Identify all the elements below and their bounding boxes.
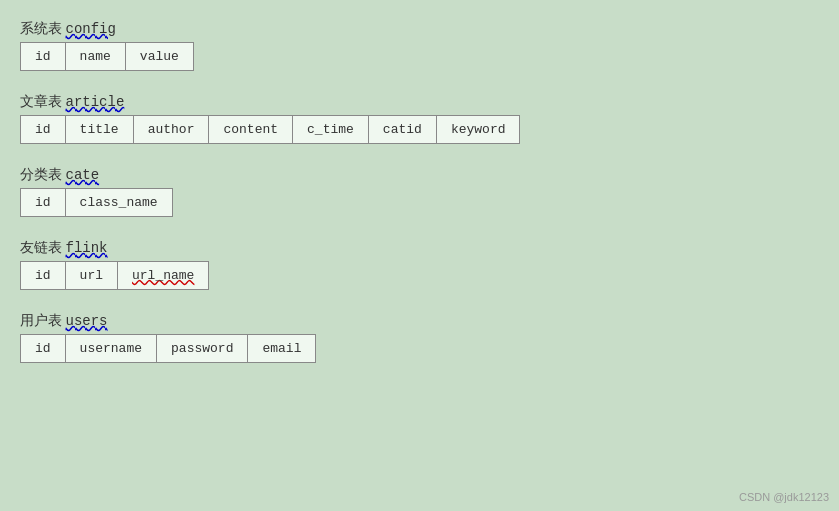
label-chinese-users: 用户表 xyxy=(20,313,66,328)
section-config: 系统表 configidnamevalue xyxy=(20,20,819,71)
table-config: idnamevalue xyxy=(20,42,194,71)
tables-container: 系统表 configidnamevalue文章表 articleidtitlea… xyxy=(20,20,819,363)
section-flink: 友链表 flinkidurlurl_name xyxy=(20,239,819,290)
table-flink: idurlurl_name xyxy=(20,261,209,290)
label-config: 系统表 config xyxy=(20,20,819,38)
watermark: CSDN @jdk12123 xyxy=(739,491,829,503)
col-cate-class_name: class_name xyxy=(65,189,172,217)
section-article: 文章表 articleidtitleauthorcontentc_timecat… xyxy=(20,93,819,144)
label-cate: 分类表 cate xyxy=(20,166,819,184)
col-config-value: value xyxy=(125,43,193,71)
label-article: 文章表 article xyxy=(20,93,819,111)
table-cate: idclass_name xyxy=(20,188,173,217)
label-chinese-flink: 友链表 xyxy=(20,240,66,255)
col-article-content: content xyxy=(209,116,293,144)
label-chinese-config: 系统表 xyxy=(20,21,66,36)
table-article: idtitleauthorcontentc_timecatidkeyword xyxy=(20,115,520,144)
label-english-article: article xyxy=(66,94,125,110)
label-chinese-cate: 分类表 xyxy=(20,167,66,182)
col-users-id: id xyxy=(21,335,66,363)
col-article-title: title xyxy=(65,116,133,144)
col-article-keyword: keyword xyxy=(436,116,520,144)
col-config-name: name xyxy=(65,43,125,71)
col-text-flink-url_name: url_name xyxy=(132,268,194,283)
col-users-username: username xyxy=(65,335,156,363)
label-users: 用户表 users xyxy=(20,312,819,330)
label-english-config: config xyxy=(66,21,116,37)
section-users: 用户表 usersidusernamepasswordemail xyxy=(20,312,819,363)
section-cate: 分类表 cateidclass_name xyxy=(20,166,819,217)
col-config-id: id xyxy=(21,43,66,71)
col-cate-id: id xyxy=(21,189,66,217)
col-article-id: id xyxy=(21,116,66,144)
col-users-password: password xyxy=(157,335,248,363)
col-flink-url_name: url_name xyxy=(118,262,209,290)
label-chinese-article: 文章表 xyxy=(20,94,66,109)
label-english-cate: cate xyxy=(66,167,100,183)
label-english-users: users xyxy=(66,313,108,329)
col-article-c_time: c_time xyxy=(293,116,369,144)
col-flink-url: url xyxy=(65,262,117,290)
col-flink-id: id xyxy=(21,262,66,290)
label-flink: 友链表 flink xyxy=(20,239,819,257)
table-users: idusernamepasswordemail xyxy=(20,334,316,363)
col-article-catid: catid xyxy=(368,116,436,144)
col-users-email: email xyxy=(248,335,316,363)
col-article-author: author xyxy=(133,116,209,144)
label-english-flink: flink xyxy=(66,240,108,256)
